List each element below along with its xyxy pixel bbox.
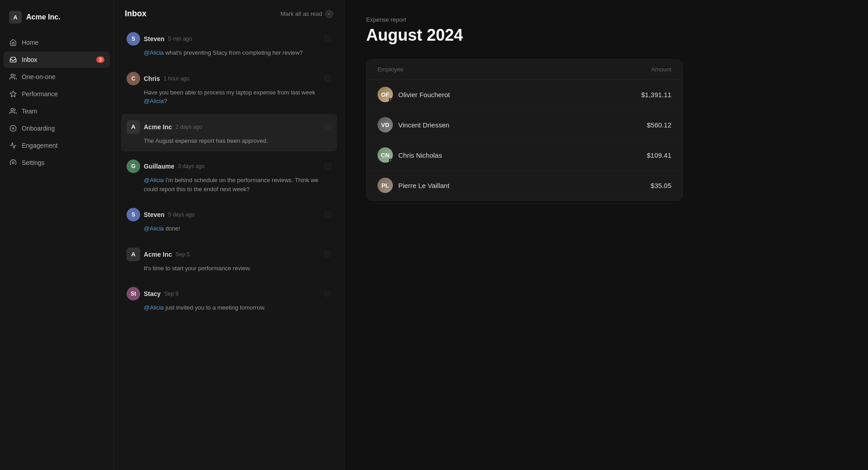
sender-name: Acme Inc [144,251,172,258]
message-time: 2 days ago [175,124,202,130]
inbox-panel: Inbox Mark all as read ✓ SSteven5 min ag… [114,0,344,470]
avatar: St [127,287,140,301]
sidebar-item-performance[interactable]: Performance [4,86,110,102]
message-item[interactable]: AAcme Inc2 days agoThe August expense re… [121,114,337,152]
mention: @Alicia [144,49,164,56]
message-body: @Alicia done! [127,224,331,233]
inbox-messages: SSteven5 min ago@Alicia what's preventin… [114,26,344,470]
inbox-header: Inbox Mark all as read ✓ [114,0,344,26]
expense-table-header: Employee Amount [367,60,682,80]
employee-name: Olivier Foucherot [398,91,450,99]
sender-name: Stacy [144,290,160,297]
avatar: S [127,32,140,46]
read-status-icon [324,74,331,83]
employee-amount: $35.05 [651,182,671,189]
message-time: 3 days ago [178,163,205,169]
employee-name: Vincent Driessen [398,121,449,129]
sidebar: A Acme Inc. HomeInbox3One-on-onePerforma… [0,0,114,470]
message-item[interactable]: StStacySep 9@Alicia just invited you to … [121,281,337,319]
mention: @Alicia [144,225,164,232]
online-dot [389,159,392,162]
sender-name: Chris [144,75,160,82]
onboarding-icon [9,124,17,132]
mark-all-read-label: Mark all as read [281,10,322,17]
message-item[interactable]: CChris1 hour agoHave you been able to pr… [121,66,337,112]
message-item[interactable]: AAcme IncSep 5It's time to start your pe… [121,241,337,279]
employee-avatar: VD [377,117,393,132]
sidebar-item-home[interactable]: Home [4,34,110,51]
message-item[interactable]: SSteven5 min ago@Alicia what's preventin… [121,26,337,64]
message-item[interactable]: SSteven5 days ago@Alicia done! [121,202,337,240]
expense-row: CNChris Nicholas$109.41 [367,140,682,170]
sidebar-label-engagement: Engagement [22,142,57,149]
svg-marker-1 [10,91,16,97]
settings-icon [9,159,17,167]
expense-row: VDVincent Driessen$560.12 [367,110,682,140]
employee-avatar: CN [377,147,393,163]
expense-row: OFOlivier Foucherot$1,391.11 [367,80,682,110]
check-circle-icon: ✓ [325,10,333,18]
message-body: @Alicia what's preventing Stacy from com… [127,48,331,57]
sidebar-item-settings[interactable]: Settings [4,155,110,171]
employee-amount: $1,391.11 [641,91,671,99]
sidebar-item-engagement[interactable]: Engagement [4,137,110,154]
sidebar-item-onboarding[interactable]: Onboarding [4,120,110,136]
message-time: Sep 5 [175,251,189,258]
read-status-icon [324,35,331,43]
message-body: The August expense report has been appro… [127,136,331,146]
avatar: A [127,120,140,134]
inbox-icon [9,56,17,64]
expense-card: Employee Amount OFOlivier Foucherot$1,39… [366,59,683,201]
employee-avatar: PL [377,178,393,193]
home-icon [9,38,17,47]
read-status-icon [324,290,331,298]
sidebar-label-performance: Performance [22,90,58,98]
team-icon [9,107,17,115]
sidebar-item-inbox[interactable]: Inbox3 [4,52,110,68]
message-time: 5 days ago [168,212,195,218]
online-dot [389,98,392,102]
col-amount: Amount [651,66,671,73]
read-status-icon [324,250,331,258]
main-content: Expense report August 2024 Employee Amou… [344,0,868,470]
read-status-icon [324,162,331,171]
message-item[interactable]: GGuillaume3 days ago@Alicia I'm behind s… [121,153,337,200]
expense-row: PLPierre Le Vaillant$35.05 [367,170,682,200]
read-status-icon [324,122,331,131]
sender-name: Acme Inc [144,123,172,131]
employee-amount: $109.41 [647,151,671,159]
svg-point-2 [11,108,13,111]
avatar: G [127,160,140,173]
sidebar-nav: HomeInbox3One-on-onePerformanceTeamOnboa… [0,34,113,171]
avatar: C [127,72,140,85]
sidebar-item-one-on-one[interactable]: One-on-one [4,69,110,85]
engagement-icon [9,141,17,150]
message-body: It's time to start your performance revi… [127,264,331,273]
sidebar-item-team[interactable]: Team [4,103,110,119]
avatar: A [127,248,140,261]
message-time: 1 hour ago [164,75,189,82]
sender-name: Steven [144,211,165,218]
message-body: @Alicia I'm behind schedule on the perfo… [127,176,331,193]
message-time: Sep 9 [164,291,178,297]
employee-avatar: OF [377,87,393,102]
message-body: Have you been able to process my laptop … [127,88,331,106]
sidebar-label-one-on-one: One-on-one [22,73,56,80]
expense-report-title: August 2024 [366,26,846,45]
avatar: S [127,208,140,221]
logo-avatar: A [9,11,22,24]
app-logo[interactable]: A Acme Inc. [0,7,113,34]
sender-name: Guillaume [144,163,175,170]
col-employee: Employee [377,66,404,73]
sidebar-label-inbox: Inbox [22,56,37,63]
mark-all-read-button[interactable]: Mark all as read ✓ [281,10,333,18]
expense-report-label: Expense report [366,16,846,23]
inbox-badge: 3 [96,56,104,63]
employee-amount: $560.12 [647,121,671,129]
employee-name: Chris Nicholas [398,151,442,159]
employee-name: Pierre Le Vaillant [398,182,449,189]
sidebar-label-settings: Settings [22,159,45,166]
sidebar-label-team: Team [22,108,37,115]
one-on-one-icon [9,73,17,81]
message-time: 5 min ago [168,36,192,42]
